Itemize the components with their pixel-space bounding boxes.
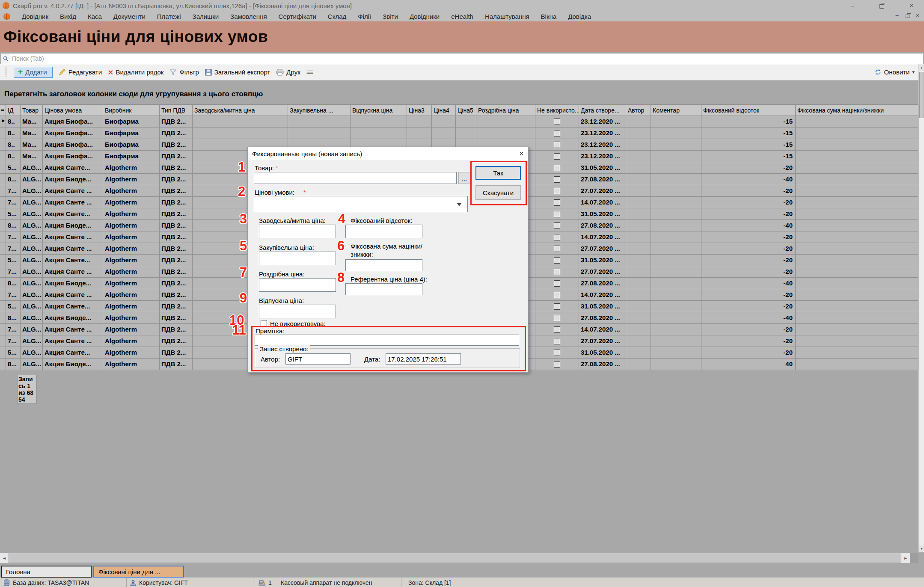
factory-price-input[interactable] — [259, 225, 336, 238]
retail-price-input[interactable] — [259, 278, 336, 292]
restore-button[interactable] — [874, 1, 889, 10]
menu-item-13[interactable]: eHealth — [451, 13, 473, 20]
created-date-input[interactable] — [386, 353, 461, 365]
row-checkbox[interactable] — [554, 292, 560, 298]
ok-button[interactable]: Так — [475, 166, 521, 180]
menu-item-3[interactable]: Каса — [88, 13, 102, 20]
menu-item-2[interactable]: Вихід — [60, 13, 76, 20]
refresh-dropdown-caret-icon[interactable]: ▾ — [912, 69, 915, 75]
export-button[interactable]: Загальний експорт — [205, 68, 270, 76]
column-header[interactable]: Автор — [626, 104, 651, 116]
delete-row-button[interactable]: × Видалити рядок — [108, 68, 163, 76]
column-chooser-icon[interactable]: ≡≡ — [306, 68, 313, 76]
column-header[interactable]: Фіксований відсоток — [701, 104, 796, 116]
dialog-close-icon[interactable]: × — [519, 150, 524, 157]
menu-item-15[interactable]: Вікна — [541, 13, 557, 20]
reference-price-input[interactable] — [345, 283, 422, 295]
column-header[interactable]: Фіксована сума націнки/знижки — [796, 104, 918, 116]
row-checkbox[interactable] — [554, 361, 560, 368]
product-input[interactable] — [254, 172, 457, 184]
row-checkbox[interactable] — [554, 176, 560, 183]
menu-item-14[interactable]: Налаштування — [485, 13, 529, 20]
vertical-scrollbar[interactable]: ▴ ▾ — [918, 64, 924, 552]
column-header[interactable]: Ціна5 — [456, 104, 476, 116]
row-checkbox[interactable] — [554, 338, 560, 344]
row-checkbox[interactable] — [554, 142, 560, 148]
column-header[interactable]: Цінова умова — [43, 104, 103, 116]
menu-item-6[interactable]: Залишки — [193, 13, 219, 20]
filter-button[interactable]: Фільтр — [169, 68, 199, 76]
row-checkbox[interactable] — [554, 303, 560, 310]
product-lookup-button[interactable]: ... — [458, 172, 470, 184]
row-checkbox[interactable] — [554, 269, 560, 275]
tab-fixed-prices[interactable]: Фіксовані ціни для ... — [93, 566, 184, 578]
edit-button[interactable]: Редагувати — [59, 68, 102, 76]
table-row[interactable]: ►8..Ма...Акция Биофа...БиофармаПДВ 2...2… — [0, 116, 918, 127]
vertical-scroll-thumb[interactable] — [919, 72, 924, 118]
menu-item-10[interactable]: Філії — [358, 13, 371, 20]
menu-item-4[interactable]: Документи — [113, 13, 146, 20]
row-checkbox[interactable] — [554, 280, 560, 287]
row-checkbox[interactable] — [554, 315, 560, 321]
column-header[interactable]: Коментар — [651, 104, 701, 116]
row-checkbox[interactable] — [554, 119, 560, 125]
column-header[interactable]: ІД — [6, 104, 21, 116]
menu-item-9[interactable]: Склад — [328, 13, 346, 20]
menu-item-12[interactable]: Довідники — [410, 13, 440, 20]
row-checkbox[interactable] — [554, 211, 560, 217]
column-header[interactable]: Дата створе... — [579, 104, 626, 116]
cancel-button[interactable]: Скасувати — [475, 185, 521, 200]
horizontal-scroll-thumb[interactable] — [9, 553, 901, 563]
row-checkbox[interactable] — [554, 153, 560, 160]
menu-item-1[interactable]: Довідник — [22, 13, 48, 20]
add-button[interactable]: + Додати — [14, 67, 53, 78]
row-checkbox[interactable] — [554, 246, 560, 252]
tab-home[interactable]: Головна — [1, 566, 92, 578]
scroll-down-icon[interactable]: ▾ — [919, 545, 924, 552]
column-header[interactable]: Роздрібна ціна — [476, 104, 535, 116]
scroll-left-icon[interactable]: ◂ — [0, 553, 9, 563]
minimize-button[interactable]: – — [845, 1, 860, 10]
row-checkbox[interactable] — [554, 350, 560, 356]
column-header[interactable]: Заводська/митна ціна — [193, 104, 288, 116]
row-checkbox[interactable] — [554, 130, 560, 136]
search-input[interactable] — [10, 55, 923, 62]
menu-item-8[interactable]: Сертифікати — [279, 13, 316, 20]
not-used-checkbox[interactable] — [261, 320, 267, 326]
scroll-right-icon[interactable]: ▸ — [901, 553, 910, 563]
mdi-close-button[interactable]: × — [913, 11, 922, 20]
fixed-percent-input[interactable] — [345, 225, 422, 238]
fixed-sum-input[interactable] — [345, 259, 422, 271]
column-header[interactable]: Товар — [21, 104, 43, 116]
menu-item-16[interactable]: Довідка — [568, 13, 591, 20]
menu-item-5[interactable]: Платежі — [157, 13, 181, 20]
column-header[interactable]: Закупівельна ... — [288, 104, 351, 116]
row-checkbox[interactable] — [554, 257, 560, 264]
dialog-title-bar[interactable]: Фиксированные цены (новая запись) × — [248, 147, 528, 160]
scroll-up-icon[interactable]: ▴ — [919, 64, 924, 71]
column-header[interactable]: Відпускна ціна — [351, 104, 407, 116]
row-checkbox[interactable] — [554, 165, 560, 171]
mdi-minimize-button[interactable]: – — [892, 11, 902, 20]
note-input[interactable] — [255, 335, 519, 346]
horizontal-scrollbar[interactable]: ◂ ▸ — [0, 553, 918, 563]
menu-item-7[interactable]: Замовлення — [230, 13, 267, 20]
table-row[interactable]: 8..Ма...Акция Биофа...БиофармаПДВ 2...23… — [0, 127, 918, 139]
author-input[interactable] — [285, 353, 351, 365]
price-terms-select[interactable] — [254, 196, 468, 212]
column-header[interactable]: Ціна4 — [432, 104, 456, 116]
column-header[interactable]: Не використо... — [535, 104, 579, 116]
toolbar-grip-handle[interactable] — [5, 67, 7, 78]
column-header[interactable]: Виробник — [103, 104, 160, 116]
column-header[interactable]: Тип ПДВ — [160, 104, 193, 116]
row-checkbox[interactable] — [554, 326, 560, 333]
mdi-restore-button[interactable] — [903, 11, 912, 20]
print-button[interactable]: Друк — [276, 68, 300, 76]
refresh-button[interactable]: Оновити ▾ — [874, 68, 915, 76]
release-price-input[interactable] — [259, 305, 336, 318]
row-checkbox[interactable] — [554, 234, 560, 240]
purchase-price-input[interactable] — [259, 252, 336, 265]
row-checkbox[interactable] — [554, 199, 560, 206]
row-checkbox[interactable] — [554, 222, 560, 229]
menu-item-11[interactable]: Звіти — [383, 13, 398, 20]
